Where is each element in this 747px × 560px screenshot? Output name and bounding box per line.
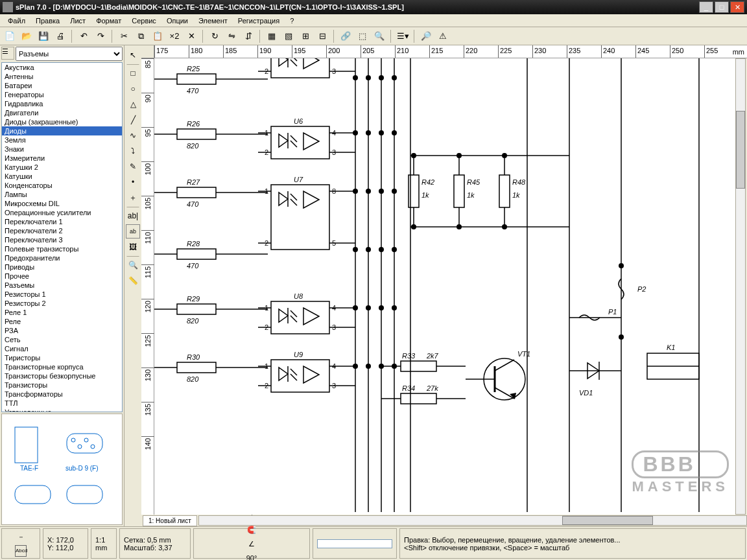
list-item[interactable]: Диоды: [2, 126, 122, 135]
vertical-scrollbar[interactable]: [735, 58, 747, 515]
menu-format[interactable]: Формат: [91, 16, 126, 25]
redo-icon[interactable]: ↷: [93, 29, 108, 43]
save-icon[interactable]: 💾: [36, 29, 51, 43]
freehand-tool-icon[interactable]: ✎: [126, 159, 140, 174]
list-item[interactable]: Установочные: [2, 408, 122, 412]
list-item[interactable]: Акустика: [2, 63, 122, 72]
list-item[interactable]: Катушки 2: [2, 163, 122, 172]
status-label-icon[interactable]: Abcd: [15, 545, 27, 557]
menu-edit[interactable]: Правка: [30, 16, 65, 25]
list-item[interactable]: Генераторы: [2, 90, 122, 99]
cut-icon[interactable]: ✂: [117, 29, 131, 43]
list-item[interactable]: Тиристоры: [2, 353, 122, 362]
curve-tool-icon[interactable]: ∿: [126, 128, 140, 143]
list-item[interactable]: Двигатели: [2, 108, 122, 117]
list-item[interactable]: Операционные усилители: [2, 208, 122, 217]
list-item[interactable]: Катушки: [2, 172, 122, 181]
list-item[interactable]: Реле 1: [2, 308, 122, 317]
list-item[interactable]: Сеть: [2, 335, 122, 344]
line-tool-icon[interactable]: ╱: [126, 113, 140, 127]
list-item[interactable]: Знаки: [2, 145, 122, 154]
list-item[interactable]: Транзисторные корпуса: [2, 362, 122, 371]
list-item[interactable]: Прочее: [2, 272, 122, 281]
menu-registration[interactable]: Регистрация: [233, 16, 285, 25]
status-input[interactable]: [317, 539, 392, 548]
delete-icon[interactable]: ✕: [184, 29, 198, 43]
search-icon[interactable]: 🔍: [372, 29, 386, 43]
list-item[interactable]: Конденсаторы: [2, 181, 122, 190]
component-icon[interactable]: ⬚: [355, 29, 370, 43]
list-item[interactable]: Сигнал: [2, 344, 122, 353]
menu-element[interactable]: Элемент: [193, 16, 233, 25]
group-icon[interactable]: ⊞: [298, 29, 313, 43]
warning-icon[interactable]: ⚠: [436, 29, 450, 43]
maximize-button[interactable]: □: [715, 1, 729, 13]
circle-tool-icon[interactable]: ○: [126, 82, 140, 96]
menu-sheet[interactable]: Лист: [65, 16, 91, 25]
list-item[interactable]: Измерители: [2, 154, 122, 163]
list-item[interactable]: Лампы: [2, 190, 122, 199]
label-tool-icon[interactable]: ab: [126, 224, 140, 239]
undo-icon[interactable]: ↶: [77, 29, 91, 43]
rotate-icon[interactable]: ↻: [208, 29, 222, 43]
list-item[interactable]: Реле: [2, 317, 122, 326]
zoom-icon[interactable]: 🔎: [419, 29, 433, 43]
list-item[interactable]: Транзисторы: [2, 380, 122, 390]
node-tool-icon[interactable]: ＋: [126, 191, 140, 205]
category-select[interactable]: Разъемы: [16, 47, 123, 61]
print-icon[interactable]: 🖨: [53, 29, 67, 43]
back-icon[interactable]: ▧: [281, 29, 296, 43]
duplicate-icon[interactable]: ×2: [167, 29, 182, 43]
mirror-v-icon[interactable]: ⇵: [241, 29, 255, 43]
list-item[interactable]: Гидравлика: [2, 99, 122, 108]
text-tool-icon[interactable]: ab|: [126, 209, 140, 223]
part-list[interactable]: АкустикаАнтенныБатареиГенераторыГидравли…: [1, 62, 123, 412]
mirror-h-icon[interactable]: ⇋: [224, 29, 239, 43]
zoom-tool-icon[interactable]: 🔍: [126, 258, 140, 272]
menu-options[interactable]: Опции: [161, 16, 193, 25]
list-icon[interactable]: ☰▾: [396, 29, 410, 43]
list-item[interactable]: Микросхемы DIL: [2, 199, 122, 208]
list-item[interactable]: Транзисторы безкорпусные: [2, 371, 122, 380]
menu-help[interactable]: ?: [285, 16, 299, 25]
list-item[interactable]: Трансформаторы: [2, 390, 122, 399]
menu-service[interactable]: Сервис: [126, 16, 161, 25]
rect-tool-icon[interactable]: □: [126, 66, 140, 80]
image-tool-icon[interactable]: 🖼: [126, 240, 140, 254]
minimize-button[interactable]: _: [699, 1, 713, 13]
list-item[interactable]: Земля: [2, 135, 122, 145]
poly-tool-icon[interactable]: △: [126, 97, 140, 111]
list-item[interactable]: Диоды (закрашенные): [2, 117, 122, 126]
new-icon[interactable]: 📄: [3, 29, 17, 43]
list-item[interactable]: Разъемы: [2, 281, 122, 290]
sheet-tab[interactable]: 1: Новый лист: [143, 515, 197, 526]
list-item[interactable]: Переключатели 3: [2, 235, 122, 244]
measure-tool-icon[interactable]: 📏: [126, 274, 140, 288]
ungroup-icon[interactable]: ⊟: [315, 29, 329, 43]
cursor-tool-icon[interactable]: ↖: [126, 48, 140, 62]
angle-icon[interactable]: ∠: [246, 538, 257, 550]
point-tool-icon[interactable]: •: [126, 175, 140, 189]
menu-file[interactable]: Файл: [3, 16, 30, 25]
list-item[interactable]: Батареи: [2, 81, 122, 90]
list-item[interactable]: Полевые транзисторы: [2, 244, 122, 253]
list-item[interactable]: РЗА: [2, 326, 122, 335]
list-item[interactable]: Переключатели 2: [2, 226, 122, 235]
status-zoom-out-icon[interactable]: －: [15, 531, 27, 542]
paste-icon[interactable]: 📋: [150, 29, 165, 43]
open-icon[interactable]: 📂: [19, 29, 34, 43]
copy-icon[interactable]: ⧉: [134, 29, 148, 43]
horizontal-scrollbar[interactable]: [198, 515, 747, 526]
bezier-tool-icon[interactable]: ⤵: [126, 144, 140, 158]
list-item[interactable]: ТТЛ: [2, 399, 122, 408]
list-item[interactable]: Переключатели 1: [2, 217, 122, 226]
front-icon[interactable]: ▦: [265, 29, 279, 43]
close-button[interactable]: ✕: [730, 1, 744, 13]
category-button[interactable]: ☰: [1, 47, 14, 60]
list-item[interactable]: Резисторы 1: [2, 290, 122, 299]
schematic-canvas[interactable]: R25470R26820R27470R28470R29820R308201243…: [154, 58, 735, 515]
list-item[interactable]: Приводы: [2, 262, 122, 272]
link-icon[interactable]: 🔗: [338, 29, 353, 43]
list-item[interactable]: Резисторы 2: [2, 299, 122, 308]
list-item[interactable]: Предохранители: [2, 253, 122, 262]
